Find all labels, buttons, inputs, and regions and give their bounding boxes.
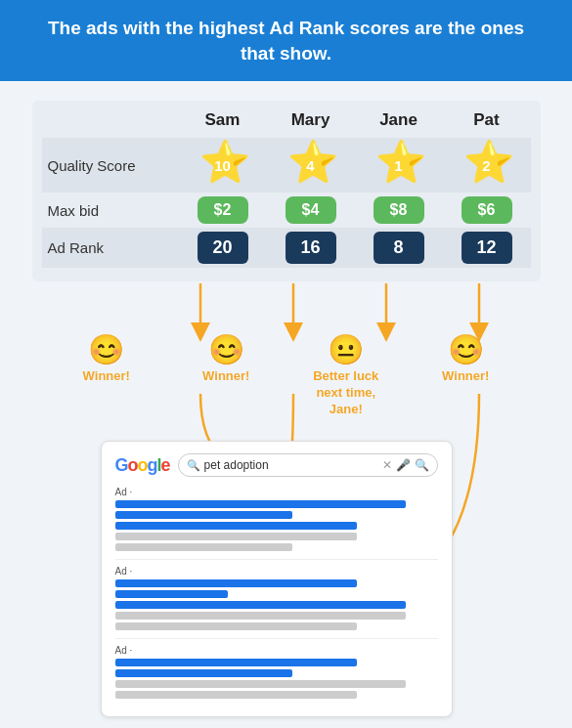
label-sam: Winner!: [83, 368, 130, 385]
page-header: The ads with the highest Ad Rank scores …: [0, 0, 572, 81]
emoji-sam: 😊: [88, 332, 124, 366]
bid-badge-sam: $2: [198, 196, 248, 224]
rank-badge-pat: 12: [462, 232, 512, 264]
ad-rank-table: Sam Mary Jane Pat Quality Score ⭐ 10: [42, 110, 531, 268]
ad-result-2: Ad ·: [115, 566, 438, 630]
max-bid-pat: $6: [443, 193, 531, 228]
ad-line-1-5: [115, 543, 293, 551]
search-magnifier-icon: 🔍: [187, 459, 200, 472]
outcome-sam: 😊 Winner!: [62, 330, 153, 385]
ad-label-3: Ad ·: [115, 645, 438, 656]
label-pat: Winner!: [442, 368, 489, 385]
max-bid-jane: $8: [355, 193, 443, 228]
ad-label-1: Ad ·: [115, 487, 438, 497]
ad-result-1: Ad ·: [115, 487, 438, 551]
outcome-jane: 😐 Better luck next time, Jane!: [301, 330, 392, 418]
main-content: Sam Mary Jane Pat Quality Score ⭐ 10: [0, 81, 572, 728]
emoji-jane: 😐: [328, 332, 364, 366]
bid-badge-jane: $8: [374, 196, 424, 224]
divider-2: [115, 638, 438, 639]
col-header-mary: Mary: [267, 110, 355, 138]
outcomes-row: 😊 Winner! 😊 Winner! 😐 Better luck next t…: [32, 330, 541, 418]
rank-badge-jane: 8: [374, 232, 424, 264]
rank-badge-mary: 16: [286, 232, 336, 264]
quality-score-jane: ⭐ 1: [355, 138, 443, 193]
max-bid-row: Max bid $2 $4 $8 $6: [42, 193, 531, 228]
ad-line-3-1: [115, 659, 358, 666]
ad-line-1-2: [115, 511, 293, 519]
max-bid-label: Max bid: [42, 193, 179, 228]
search-mic-icon[interactable]: 🎤: [396, 458, 411, 472]
ad-line-3-4: [115, 691, 358, 699]
search-query: pet adoption: [204, 458, 378, 472]
ad-line-2-2: [115, 590, 229, 598]
google-logo: Google: [115, 455, 170, 476]
ad-line-1-4: [115, 533, 358, 540]
ad-line-3-2: [115, 669, 293, 677]
ad-line-3-3: [115, 680, 406, 688]
max-bid-mary: $4: [267, 193, 355, 228]
ad-rank-pat: 12: [443, 228, 531, 268]
search-submit-icon[interactable]: 🔍: [415, 458, 429, 472]
star-icon-mary: ⭐: [287, 142, 338, 183]
header-title: The ads with the highest Ad Rank scores …: [48, 18, 524, 64]
quality-score-label: Quality Score: [42, 138, 179, 193]
ad-line-2-4: [115, 612, 406, 620]
ad-line-2-3: [115, 601, 406, 609]
outcome-pat: 😊 Winner!: [420, 330, 511, 385]
star-icon-pat: ⭐: [463, 142, 514, 183]
quality-score-mary: ⭐ 4: [267, 138, 355, 193]
ad-result-3: Ad ·: [115, 645, 438, 699]
bid-badge-mary: $4: [286, 196, 336, 224]
star-icon-jane: ⭐: [375, 142, 426, 183]
ad-rank-mary: 16: [267, 228, 355, 268]
label-mary: Winner!: [202, 368, 249, 385]
ad-line-1-1: [115, 500, 406, 508]
ad-line-1-3: [115, 522, 358, 530]
bid-badge-pat: $6: [462, 196, 512, 224]
rank-badge-sam: 20: [198, 232, 248, 264]
max-bid-sam: $2: [179, 193, 267, 228]
search-box[interactable]: 🔍 pet adoption ✕ 🎤 🔍: [178, 453, 438, 477]
star-icon-sam: ⭐: [199, 142, 250, 183]
outcome-mary: 😊 Winner!: [181, 330, 272, 385]
col-header-pat: Pat: [443, 110, 531, 138]
quality-score-row: Quality Score ⭐ 10 ⭐ 4: [42, 138, 531, 193]
ad-rank-sam: 20: [179, 228, 267, 268]
emoji-mary: 😊: [208, 332, 244, 366]
col-header-sam: Sam: [179, 110, 267, 138]
quality-score-sam: ⭐ 10: [179, 138, 267, 193]
google-mock: Google 🔍 pet adoption ✕ 🎤 🔍 Ad ·: [101, 441, 453, 717]
emoji-pat: 😊: [448, 332, 484, 366]
ad-rank-label: Ad Rank: [42, 228, 179, 268]
ad-line-2-1: [115, 579, 358, 587]
quality-score-pat: ⭐ 2: [443, 138, 531, 193]
ad-rank-table-wrapper: Sam Mary Jane Pat Quality Score ⭐ 10: [32, 101, 541, 281]
col-header-empty: [42, 110, 179, 138]
ad-rank-row: Ad Rank 20 16 8 12: [42, 228, 531, 268]
ad-rank-jane: 8: [355, 228, 443, 268]
search-clear-icon[interactable]: ✕: [382, 458, 392, 472]
divider-1: [115, 559, 438, 560]
ad-label-2: Ad ·: [115, 566, 438, 577]
ad-line-2-5: [115, 622, 358, 630]
col-header-jane: Jane: [355, 110, 443, 138]
label-jane: Better luck next time, Jane!: [301, 368, 392, 418]
google-search-bar: Google 🔍 pet adoption ✕ 🎤 🔍: [115, 453, 438, 477]
